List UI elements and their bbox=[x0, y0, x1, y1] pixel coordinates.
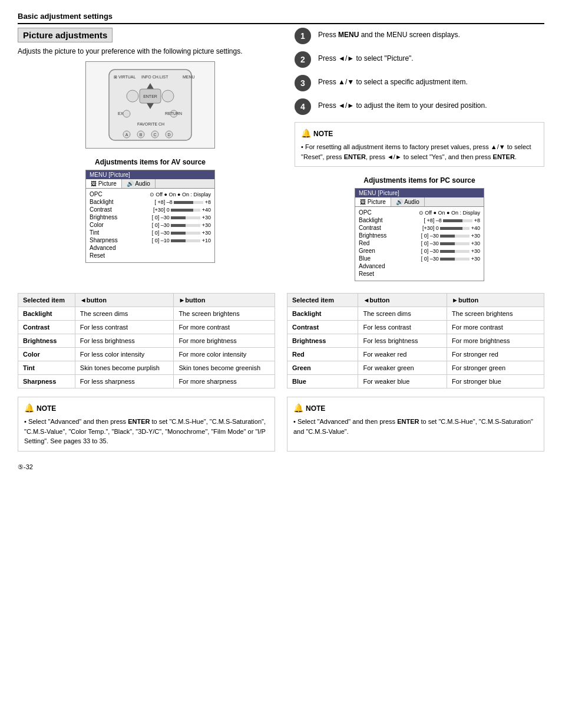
svg-text:A: A bbox=[125, 133, 128, 137]
pc-col-left: ◄button bbox=[358, 294, 447, 307]
pc-col-item: Selected item bbox=[287, 294, 358, 307]
svg-point-6 bbox=[162, 90, 174, 102]
av-adj-table: Selected item ◄button ►button Backlight … bbox=[18, 293, 275, 388]
main-note-title: 🔔 NOTE bbox=[301, 127, 538, 140]
av-bottom-note: 🔔 NOTE • Select "Advanced" and then pres… bbox=[18, 397, 275, 452]
step-1: 1 Press MENU and the MENU screen display… bbox=[295, 28, 544, 44]
av-menu-section: Adjustments items for AV source MENU [Pi… bbox=[18, 158, 283, 263]
av-item-brightness: Brightness bbox=[18, 334, 75, 348]
step-3: 3 Press ▲/▼ to select a specific adjustm… bbox=[295, 75, 544, 91]
av-section-label: Adjustments items for AV source bbox=[18, 158, 283, 166]
table-row: Sharpness For less sharpness For more sh… bbox=[18, 375, 275, 388]
svg-text:MENU: MENU bbox=[183, 75, 195, 79]
main-note-box: 🔔 NOTE • For resetting all adjustment it… bbox=[295, 122, 544, 167]
step-4-text: Press ◄/► to adjust the item to your des… bbox=[318, 98, 487, 111]
table-row: Color For less color intensity For more … bbox=[18, 348, 275, 361]
av-color-left: For less color intensity bbox=[75, 348, 174, 361]
step-4-circle: 4 bbox=[295, 98, 311, 115]
pc-red-right: For stronger red bbox=[447, 348, 544, 361]
pc-item-green: Green bbox=[287, 361, 358, 375]
av-menu-tabs: 🖼 Picture 🔊 Audio bbox=[86, 179, 214, 189]
pc-item-contrast: Contrast bbox=[287, 321, 358, 334]
av-brightness-right: For more brightness bbox=[174, 334, 275, 348]
av-note-icon: 🔔 bbox=[24, 402, 34, 414]
av-note-text: • Select "Advanced" and then press ENTER… bbox=[24, 417, 269, 446]
pc-menu-header: MENU [Picture] bbox=[355, 189, 484, 197]
pc-menu-tabs: 🖼 Picture 🔊 Audio bbox=[355, 197, 484, 207]
pc-backlight-left: The screen dims bbox=[358, 307, 447, 321]
av-tab-picture: 🖼 Picture bbox=[86, 179, 122, 188]
svg-point-11 bbox=[123, 110, 130, 117]
picture-adj-title: Picture adjustments bbox=[18, 28, 113, 42]
av-backlight-left: The screen dims bbox=[75, 307, 174, 321]
pc-menu-body: OPC⊙ Off ● On ● On : Display Backlight[ … bbox=[355, 207, 484, 281]
pc-item-brightness: Brightness bbox=[287, 334, 358, 348]
step-4: 4 Press ◄/► to adjust the item to your d… bbox=[295, 98, 544, 115]
table-row: Blue For weaker blue For stronger blue bbox=[287, 375, 544, 388]
table-row: Brightness For less brightness For more … bbox=[287, 334, 544, 348]
pc-brightness-left: For less brightness bbox=[358, 334, 447, 348]
table-row: Backlight The screen dims The screen bri… bbox=[18, 307, 275, 321]
step-3-circle: 3 bbox=[295, 75, 311, 91]
step-2-text: Press ◄/► to select "Picture". bbox=[318, 51, 414, 64]
pc-note-title: 🔔 NOTE bbox=[293, 402, 538, 414]
av-sharpness-right: For more sharpness bbox=[174, 375, 275, 388]
av-table-container: Selected item ◄button ►button Backlight … bbox=[18, 293, 275, 388]
pc-item-red: Red bbox=[287, 348, 358, 361]
table-row: Contrast For less contrast For more cont… bbox=[18, 321, 275, 334]
pc-red-left: For weaker red bbox=[358, 348, 447, 361]
table-row: Backlight The screen dims The screen bri… bbox=[287, 307, 544, 321]
av-menu-panel: MENU [Picture] 🖼 Picture 🔊 Audio OPC⊙ Of… bbox=[85, 170, 215, 263]
intro-text: Adjusts the picture to your preference w… bbox=[18, 47, 283, 55]
pc-item-backlight: Backlight bbox=[287, 307, 358, 321]
svg-text:B: B bbox=[140, 133, 143, 137]
section-title: Basic adjustment settings bbox=[18, 12, 544, 24]
svg-text:C: C bbox=[153, 133, 156, 137]
av-col-item: Selected item bbox=[18, 294, 75, 307]
svg-text:ENTER: ENTER bbox=[143, 94, 157, 98]
svg-text:INFO CH.LIST: INFO CH.LIST bbox=[141, 75, 168, 79]
pc-note-text: • Select "Advanced" and then press ENTER… bbox=[293, 417, 538, 436]
remote-diagram: ⊠ VIRTUAL INFO CH.LIST MENU ENTER EXIT R… bbox=[85, 61, 215, 149]
pc-item-blue: Blue bbox=[287, 375, 358, 388]
av-tint-left: Skin tones become purplish bbox=[75, 361, 174, 375]
pc-table-container: Selected item ◄button ►button Backlight … bbox=[287, 293, 544, 388]
table-row: Contrast For less contrast For more cont… bbox=[287, 321, 544, 334]
av-item-color: Color bbox=[18, 348, 75, 361]
av-contrast-left: For less contrast bbox=[75, 321, 174, 334]
svg-point-5 bbox=[127, 90, 138, 102]
pc-adj-table: Selected item ◄button ►button Backlight … bbox=[287, 293, 544, 388]
av-tint-right: Skin tones become greenish bbox=[174, 361, 275, 375]
pc-menu-panel: MENU [Picture] 🖼 Picture 🔊 Audio OPC⊙ Of… bbox=[355, 188, 484, 281]
av-item-tint: Tint bbox=[18, 361, 75, 375]
step-1-text: Press MENU and the MENU screen displays. bbox=[318, 28, 460, 40]
av-color-right: For more color intensity bbox=[174, 348, 275, 361]
pc-blue-left: For weaker blue bbox=[358, 375, 447, 388]
av-sharpness-left: For less sharpness bbox=[75, 375, 174, 388]
main-note-text: • For resetting all adjustment items to … bbox=[301, 142, 538, 162]
pc-note-icon: 🔔 bbox=[293, 402, 303, 414]
table-row: Green For weaker green For stronger gree… bbox=[287, 361, 544, 375]
svg-text:⊠ VIRTUAL: ⊠ VIRTUAL bbox=[114, 75, 135, 79]
svg-text:RETURN: RETURN bbox=[165, 111, 182, 116]
av-col-right: ►button bbox=[174, 294, 275, 307]
pc-contrast-right: For more contrast bbox=[447, 321, 544, 334]
pc-section-label: Adjustments items for PC source bbox=[295, 176, 544, 185]
av-tab-audio: 🔊 Audio bbox=[122, 179, 156, 188]
av-menu-body: OPC⊙ Off ● On ● On : Display Backlight[ … bbox=[86, 189, 214, 262]
pc-green-left: For weaker green bbox=[358, 361, 447, 375]
page-number: ⑤-32 bbox=[18, 463, 544, 471]
av-note-title: 🔔 NOTE bbox=[24, 402, 269, 414]
bottom-notes-row: 🔔 NOTE • Select "Advanced" and then pres… bbox=[18, 397, 544, 452]
av-item-sharpness: Sharpness bbox=[18, 375, 75, 388]
adj-tables-row: Selected item ◄button ►button Backlight … bbox=[18, 293, 544, 388]
steps-container: 1 Press MENU and the MENU screen display… bbox=[295, 28, 544, 115]
table-row: Brightness For less brightness For more … bbox=[18, 334, 275, 348]
step-2: 2 Press ◄/► to select "Picture". bbox=[295, 51, 544, 68]
av-item-backlight: Backlight bbox=[18, 307, 75, 321]
pc-col-right: ►button bbox=[447, 294, 544, 307]
pc-bottom-note: 🔔 NOTE • Select "Advanced" and then pres… bbox=[287, 397, 544, 452]
pc-tab-audio: 🔊 Audio bbox=[391, 197, 425, 206]
av-item-contrast: Contrast bbox=[18, 321, 75, 334]
step-2-circle: 2 bbox=[295, 51, 311, 68]
